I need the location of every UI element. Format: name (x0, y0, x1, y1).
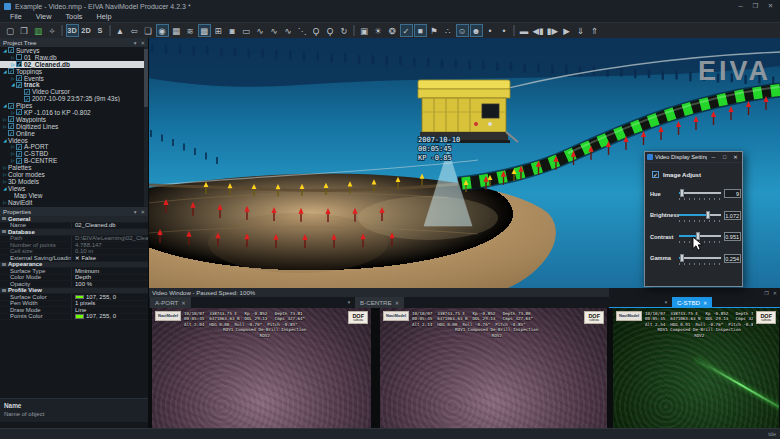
tab-b-centre[interactable]: B-CENTRE ✕ (355, 297, 404, 308)
toolbar-separator[interactable] (353, 25, 355, 36)
dialog-title-bar[interactable]: Video Display Setting ─ □ ✕ (645, 152, 742, 163)
event-b-icon[interactable]: ☻ (470, 24, 483, 37)
square-icon[interactable]: ■ (414, 24, 427, 37)
tree-row[interactable]: ▷ ✓ KP -1.016 to KP -0.802 (0, 109, 144, 116)
tree-checkbox[interactable]: ✓ (24, 89, 30, 95)
profile-a-icon[interactable]: ∿ (254, 24, 267, 37)
tree-checkbox[interactable]: ✓ (8, 47, 14, 53)
tree-row[interactable]: ▷ ✓ Events (0, 75, 144, 82)
tab-close-icon[interactable]: ✕ (703, 300, 707, 306)
view-3d-button[interactable]: 3D (66, 24, 79, 37)
tree-row[interactable]: ◢ Views (0, 185, 144, 192)
dock-maximize-icon[interactable]: ❐ (764, 290, 768, 296)
palette-icon[interactable]: ❂ (386, 24, 399, 37)
tree-row[interactable]: ▷ ✓ A-PORT (0, 143, 144, 150)
flag-icon[interactable]: ⚑ (428, 24, 441, 37)
pointer-tool-icon[interactable]: ▲ (114, 24, 127, 37)
slider-value-box[interactable]: 1.072 (724, 211, 741, 220)
play-icon[interactable]: ▶ (560, 24, 573, 37)
slider-thumb[interactable] (680, 254, 684, 262)
open-icon[interactable]: ❒ (18, 24, 31, 37)
tree-row[interactable]: ◢ ✓ Pipes (0, 102, 144, 109)
light-icon[interactable]: ◉ (156, 24, 169, 37)
panel-close-icon[interactable]: ✕ (140, 209, 145, 215)
slider-thumb[interactable] (706, 211, 710, 219)
tree-checkbox[interactable]: ✓ (16, 75, 22, 81)
step-back-icon[interactable]: ◀▮ (532, 24, 545, 37)
tree-checkbox[interactable]: ✓ (16, 158, 22, 164)
tree-checkbox[interactable]: ✓ (16, 82, 22, 88)
image-adjust-checkbox[interactable]: ✓ (652, 171, 659, 178)
tree-row[interactable]: Map View (0, 192, 144, 199)
wireframe-icon[interactable]: ⊞ (212, 24, 225, 37)
dialog-close-button[interactable]: ✕ (731, 154, 740, 160)
tree-row[interactable]: ▷ Color modes (0, 171, 144, 178)
pan-tool-icon[interactable]: ⇦ (128, 24, 141, 37)
property-value[interactable]: Minimum (72, 268, 148, 274)
brightness-icon[interactable]: ☀ (372, 24, 385, 37)
tree-row[interactable]: ◢ Videos (0, 137, 144, 144)
tree-row[interactable]: ▷ ✓ 02_Cleaned.db (0, 61, 144, 68)
tree-checkbox[interactable]: ✓ (16, 151, 22, 157)
jump-up-icon[interactable]: ⇑ (588, 24, 601, 37)
frame-tool-icon[interactable]: ❏ (142, 24, 155, 37)
tree-row[interactable]: ✓ 2007-10-09 23:57:35 (9m 43s) (0, 95, 144, 102)
tree-row[interactable]: ◢ ✓ Surveys (0, 47, 144, 54)
rotate-icon[interactable]: ↻ (338, 24, 351, 37)
property-value[interactable]: D:\EIVA\eLearning\02_Cleaned\01_N (72, 236, 148, 242)
tree-row[interactable]: ▷ Palettes (0, 164, 144, 171)
camera-icon[interactable]: ◙ (226, 24, 239, 37)
save-icon[interactable]: ▥ (32, 24, 45, 37)
tree-checkbox[interactable]: ✓ (8, 68, 14, 74)
tree-checkbox[interactable]: ✓ (8, 116, 14, 122)
cluster-icon[interactable]: ∴ (442, 24, 455, 37)
collapse-icon[interactable]: ⊟ (2, 216, 6, 221)
slider-track[interactable] (679, 210, 721, 221)
property-value[interactable]: 107, 255, 0 (72, 294, 148, 300)
step-forward-icon[interactable]: ▮▶ (546, 24, 559, 37)
collapse-icon[interactable]: ⊟ (2, 288, 6, 293)
tree-row[interactable]: ◢ ✓ Toppings (0, 68, 144, 75)
event-a-icon[interactable]: ☺ (456, 24, 469, 37)
tab-c-stbd[interactable]: C-STBD ✕ (672, 297, 712, 308)
pin-a-icon[interactable]: Ϙ (310, 24, 323, 37)
new-file-icon[interactable]: ▢ (4, 24, 17, 37)
tree-checkbox[interactable]: ✓ (16, 61, 22, 67)
menu-item[interactable]: Tools (58, 12, 89, 22)
dialog-maximize-button[interactable]: □ (720, 154, 729, 160)
property-value[interactable]: 100 % (72, 281, 148, 287)
tree-checkbox[interactable]: ✓ (8, 123, 14, 129)
tree-checkbox[interactable]: ✓ (8, 130, 14, 136)
property-value[interactable]: Line (72, 307, 148, 313)
tree-row[interactable]: ▷ ✓ Digitized Lines (0, 123, 144, 130)
eraser-icon[interactable]: ▬ (518, 24, 531, 37)
property-value[interactable]: ✕ False (72, 255, 148, 261)
profile-c-icon[interactable]: ∿ (282, 24, 295, 37)
collapse-icon[interactable]: ⊟ (2, 229, 6, 234)
tree-row[interactable]: ▷ NaviEdit (0, 199, 144, 206)
panel-pin-icon[interactable]: ▾ (134, 209, 137, 215)
menu-item[interactable]: File (3, 12, 29, 22)
property-value[interactable]: 1 pixels (72, 301, 148, 307)
view-s-button[interactable]: S (94, 24, 107, 37)
dot-b-icon[interactable]: • (498, 24, 511, 37)
jump-down-icon[interactable]: ⇓ (574, 24, 587, 37)
tree-row[interactable]: ▷ ✓ Waypoints (0, 116, 144, 123)
view-2d-button[interactable]: 2D (80, 24, 93, 37)
video-feed[interactable]: NaviModel 10/10/07 338743.75 E Kp -0.852… (613, 308, 779, 428)
pin-b-icon[interactable]: Ϙ (324, 24, 337, 37)
slider-thumb[interactable] (680, 189, 684, 197)
tab-dropdown-icon[interactable]: ▾ (344, 297, 354, 308)
track-icon[interactable]: ⋱ (296, 24, 309, 37)
profile-b-icon[interactable]: ∿ (268, 24, 281, 37)
slider-value-box[interactable]: 0.254 (724, 254, 741, 263)
connect-icon[interactable]: ✧ (46, 24, 59, 37)
property-value[interactable]: 0.10 m (72, 249, 148, 255)
shaded-grid-icon[interactable]: ▩ (198, 24, 211, 37)
slider-value-box[interactable]: 0.951 (724, 232, 741, 241)
tree-row[interactable]: ▷ ✓ B-CENTRE (0, 157, 144, 164)
menu-item[interactable]: Help (90, 12, 119, 22)
dot-a-icon[interactable]: • (484, 24, 497, 37)
tree-checkbox[interactable]: ✓ (16, 144, 22, 150)
video-display-setting-dialog[interactable]: Video Display Setting ─ □ ✕ ✓ Image Adju… (644, 151, 743, 287)
